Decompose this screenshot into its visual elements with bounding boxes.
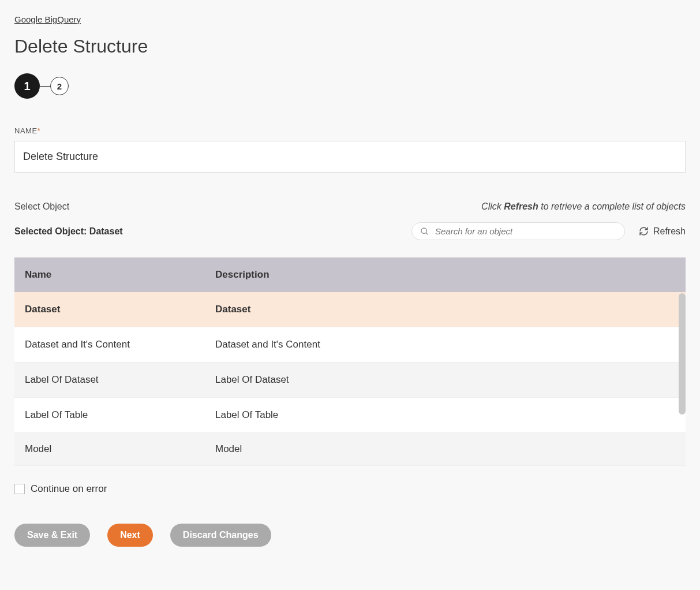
step-2[interactable]: 2 [50,77,69,95]
svg-line-1 [426,233,428,234]
step-connector [40,86,50,87]
refresh-hint: Click Refresh to retrieve a complete lis… [481,201,686,212]
select-object-label: Select Object [14,201,69,212]
refresh-icon [639,226,649,236]
selected-object-label: Selected Object: Dataset [14,226,123,237]
search-input[interactable] [435,226,616,236]
continue-on-error-checkbox[interactable] [14,484,25,494]
table-row[interactable]: Label Of TableLabel Of Table [14,398,686,433]
next-button[interactable]: Next [107,524,153,547]
cell-name: Dataset and It's Content [14,327,205,363]
object-table: Name Description DatasetDatasetDataset a… [14,257,686,466]
cell-description: Dataset and It's Content [205,327,686,363]
breadcrumb-link[interactable]: Google BigQuery [14,14,686,24]
step-indicator: 1 2 [14,73,686,99]
cell-description: Model [205,433,686,466]
table-row[interactable]: Label Of DatasetLabel Of Dataset [14,363,686,398]
discard-changes-button[interactable]: Discard Changes [170,524,271,547]
step-1[interactable]: 1 [14,73,40,99]
svg-point-0 [421,228,426,233]
col-description[interactable]: Description [205,257,686,292]
col-name[interactable]: Name [14,257,205,292]
continue-on-error-label: Continue on error [31,483,107,495]
cell-name: Label Of Table [14,398,205,433]
name-input[interactable] [14,141,686,173]
page-title: Delete Structure [14,36,686,57]
cell-description: Label Of Dataset [205,363,686,398]
refresh-label: Refresh [653,226,686,237]
table-row[interactable]: Dataset and It's ContentDataset and It's… [14,327,686,363]
cell-description: Label Of Table [205,398,686,433]
cell-name: Model [14,433,205,466]
cell-description: Dataset [205,292,686,327]
cell-name: Label Of Dataset [14,363,205,398]
search-icon [420,227,429,236]
refresh-button[interactable]: Refresh [639,226,686,237]
search-box[interactable] [411,222,625,240]
name-field-label: NAME* [14,126,686,135]
table-row[interactable]: ModelModel [14,433,686,466]
table-scrollbar[interactable] [679,293,686,415]
save-exit-button[interactable]: Save & Exit [14,524,90,547]
cell-name: Dataset [14,292,205,327]
table-row[interactable]: DatasetDataset [14,292,686,327]
